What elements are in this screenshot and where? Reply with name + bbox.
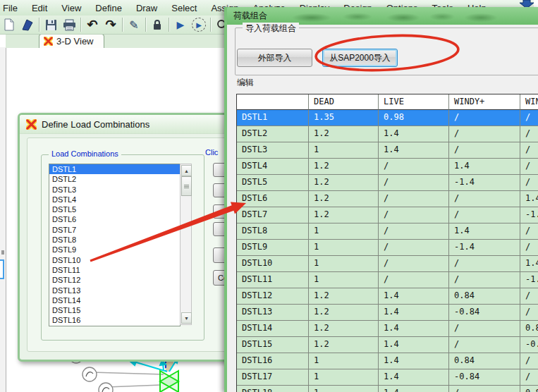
list-item[interactable]: DSTL14	[49, 295, 180, 305]
define-dialog-titlebar[interactable]: Define Load Combinations	[20, 115, 226, 134]
list-item[interactable]: DSTL4	[49, 195, 180, 204]
table-row[interactable]: DSTL81/1.4/	[237, 223, 538, 240]
new-file-icon[interactable]	[0, 16, 18, 33]
table-cell: 1.2	[309, 305, 379, 321]
list-item[interactable]: DSTL13	[49, 286, 180, 295]
table-header-row[interactable]: DEADLIVEWINDY+WINDY-	[237, 94, 538, 110]
table-row[interactable]: DSTL71.2//-1.4	[237, 207, 538, 223]
table-row[interactable]: DSTL131.21.4-0.84/	[237, 305, 538, 321]
menu-define[interactable]: Define	[88, 1, 129, 15]
table-row[interactable]: DSTL121.21.40.84/	[237, 288, 538, 305]
list-item[interactable]: DSTL16	[49, 315, 180, 325]
table-cell: /	[449, 207, 520, 223]
tab-3d-view[interactable]: 3-D View	[39, 34, 104, 48]
redo-icon[interactable]: ↷	[102, 16, 120, 33]
table-row[interactable]: DSTL1811.4/0.84	[237, 386, 538, 392]
table-cell: 1	[309, 272, 379, 288]
table-row[interactable]: DSTL101//1.4	[237, 256, 538, 272]
table-cell: 1.4	[379, 142, 449, 159]
table-cell: -1.4	[449, 175, 520, 191]
menu-select[interactable]: Select	[164, 1, 204, 15]
table-cell: /	[520, 110, 538, 126]
menu-edit[interactable]: Edit	[25, 1, 54, 15]
toolbar-separator	[169, 18, 169, 32]
print-icon[interactable]	[60, 16, 78, 33]
table-cell: 1.4	[379, 369, 449, 386]
table-cell: 0.84	[520, 386, 538, 392]
list-item[interactable]: DSTL12	[49, 275, 180, 285]
combos-table[interactable]: DEADLIVEWINDY+WINDY-DSTL11.350.98//DSTL2…	[236, 94, 538, 392]
table-row[interactable]: DSTL11.350.98//	[237, 110, 538, 126]
list-scrollbar[interactable]: ▲ ▼	[180, 164, 192, 325]
table-row[interactable]: DSTL41.2/1.4/	[237, 159, 538, 175]
table-cell: /	[449, 386, 520, 392]
table-cell: -0.84	[449, 369, 520, 386]
table-row[interactable]: DSTL21.21.4//	[237, 126, 538, 142]
load-combinations-list[interactable]: DSTL1DSTL2DSTL3DSTL4DSTL5DSTL6DSTL7DSTL8…	[49, 164, 181, 326]
table-cell: /	[379, 223, 449, 240]
table-cell: 1.4	[379, 305, 449, 321]
sap2000-icon	[44, 37, 53, 46]
click-to-group-label-clipped: Clic	[205, 148, 218, 157]
list-item[interactable]: DSTL9	[49, 245, 180, 255]
table-row[interactable]: DSTL51.2/-1.4/	[237, 175, 538, 191]
run-icon[interactable]: ▶	[171, 16, 190, 33]
table-cell: /	[449, 256, 520, 272]
load-combinations-group-label: Load Combinations	[49, 149, 121, 158]
table-cell: -0.84	[520, 337, 538, 353]
list-item[interactable]: DSTL7	[49, 225, 180, 235]
table-cell: 1	[309, 142, 379, 159]
application-window: FileEditViewDefineDrawSelectAssignAnalyz…	[0, 0, 538, 392]
column-header	[237, 94, 309, 110]
external-import-button[interactable]: 外部导入	[237, 49, 312, 67]
table-row[interactable]: DSTL1711.4-0.84/	[237, 369, 538, 386]
table-cell: 1.2	[309, 191, 379, 207]
scroll-up-button[interactable]: ▲	[181, 165, 192, 176]
table-row[interactable]: DSTL311.4//	[237, 142, 538, 159]
list-item[interactable]: DSTL8	[49, 235, 180, 245]
undo-icon[interactable]: ↶	[83, 16, 102, 33]
list-item[interactable]: DSTL3	[49, 185, 180, 195]
pen-icon[interactable]: ✎	[125, 16, 143, 33]
table-cell: 1.2	[309, 337, 379, 353]
open-icon[interactable]	[18, 16, 37, 33]
list-item[interactable]: DSTL2	[49, 174, 180, 184]
sap2000-icon	[26, 119, 37, 130]
toolbar-separator	[80, 18, 81, 32]
scroll-down-button[interactable]: ▼	[181, 312, 192, 324]
menu-view[interactable]: View	[54, 1, 88, 15]
list-item[interactable]: DSTL1	[49, 164, 180, 174]
list-item[interactable]: DSTL15	[49, 305, 180, 315]
menu-file[interactable]: File	[0, 1, 25, 15]
column-header: LIVE	[379, 94, 449, 110]
table-row[interactable]: DSTL151.21.4/-0.84	[237, 337, 538, 353]
table-cell: /	[520, 353, 538, 369]
scroll-thumb[interactable]	[181, 176, 192, 196]
lock-icon[interactable]	[148, 16, 166, 33]
menu-draw[interactable]: Draw	[129, 1, 164, 15]
list-item[interactable]: DSTL11	[49, 265, 180, 275]
list-item[interactable]: DSTL5	[49, 204, 180, 214]
table-row[interactable]: DSTL141.21.4/0.84	[237, 321, 538, 337]
table-cell: DSTL13	[237, 305, 309, 321]
table-row[interactable]: DSTL1611.40.84/	[237, 353, 538, 369]
table-cell: DSTL4	[237, 159, 309, 175]
list-item[interactable]: DSTL6	[49, 214, 180, 224]
table-cell: /	[449, 321, 520, 337]
list-item[interactable]: DSTL10	[49, 255, 180, 265]
table-cell: /	[449, 126, 520, 142]
table-cell: -0.84	[449, 305, 520, 321]
table-cell: /	[379, 191, 449, 207]
run-analysis-icon[interactable]: ▶	[190, 16, 208, 33]
table-cell: 1.2	[309, 207, 379, 223]
table-cell: /	[520, 175, 538, 191]
table-row[interactable]: DSTL91/-1.4/	[237, 240, 538, 256]
table-row[interactable]: DSTL61.2//1.4	[237, 191, 538, 207]
table-cell: 1	[309, 223, 379, 240]
table-cell: DSTL1	[237, 110, 309, 126]
table-cell: DSTL2	[237, 126, 309, 142]
save-icon[interactable]	[42, 16, 60, 33]
table-cell: DSTL16	[237, 353, 309, 369]
table-row[interactable]: DSTL111//-1.4	[237, 272, 538, 288]
sap2000-import-button[interactable]: 从SAP2000导入	[322, 49, 398, 67]
